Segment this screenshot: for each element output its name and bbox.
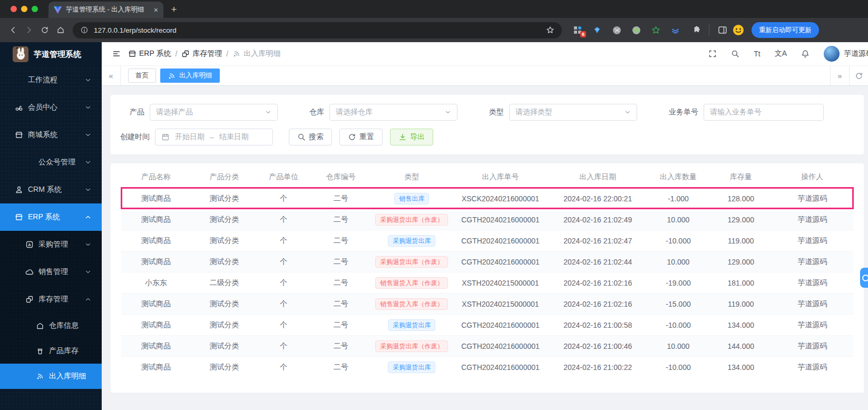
page-tab[interactable]: 首页 — [128, 69, 156, 83]
menu-item-icon — [25, 158, 34, 167]
close-tab-icon[interactable]: × — [154, 6, 158, 14]
table-row[interactable]: 测试商品测试分类个二号销售退货入库（作废）XSTH202402150000012… — [121, 293, 853, 314]
page-tab[interactable]: 出入库明细 — [160, 69, 220, 83]
zoom-window-button[interactable] — [32, 6, 38, 12]
font-size-tool[interactable]: Tt — [754, 50, 760, 58]
traffic-lights — [11, 6, 38, 12]
fullscreen-icon[interactable] — [708, 50, 717, 58]
cell-order_no: CGTH20240216000001 — [451, 216, 549, 224]
warehouse-label: 仓库 — [309, 108, 324, 117]
side-panel-icon[interactable] — [715, 22, 730, 38]
warehouse-icon — [36, 321, 44, 330]
site-favicon-icon — [54, 6, 62, 14]
search-button[interactable]: 搜索 — [289, 129, 332, 145]
breadcrumb: ERP 系统/库存管理/出入库明细 — [128, 49, 280, 58]
sidebar-item[interactable]: 商城系统 — [0, 121, 102, 149]
table-row[interactable]: 测试商品测试分类个二号采购退货出库（作废）CGTH202402160000012… — [121, 335, 853, 356]
erp-icon — [15, 213, 23, 221]
download-icon — [398, 133, 407, 141]
sidebar-item[interactable]: 会员中心 — [0, 94, 102, 121]
minimize-window-button[interactable] — [21, 6, 27, 12]
extension-grid-icon[interactable]: 6 — [572, 25, 583, 35]
tags-scroll-right[interactable]: » — [830, 66, 849, 85]
logo-row[interactable]: 芋道管理系统 — [0, 42, 102, 66]
cell-date: 2024-02-16 21:00:22 — [550, 363, 646, 372]
extensions-puzzle-icon[interactable] — [688, 22, 704, 38]
user-avatar[interactable] — [824, 46, 840, 62]
browser-tab[interactable]: 芋道管理系统 - 出入库明细 × — [48, 2, 163, 18]
url-bar[interactable]: 127.0.0.1/erp/stock/record — [73, 22, 562, 38]
reset-button[interactable]: 重置 — [339, 129, 383, 145]
page-tab-label: 出入库明细 — [179, 71, 212, 80]
translate-tool[interactable]: 文A — [775, 49, 787, 58]
cell-category: 测试分类 — [191, 215, 258, 224]
cell-qty: 10.000 — [646, 342, 710, 350]
sidebar-item[interactable]: 产品库存 — [0, 338, 102, 364]
start-date-placeholder: 开始日期 — [175, 132, 204, 142]
bizno-input[interactable]: 请输入业务单号 — [704, 104, 824, 121]
table-row[interactable]: 测试商品测试分类个二号采购退货出库（作废）CGTH202402160000012… — [121, 251, 853, 272]
collapse-menu-icon[interactable] — [109, 50, 124, 58]
bookmark-star-icon[interactable] — [546, 26, 554, 34]
filter-card: 产品 请选择产品 仓库 请选择仓库 — [111, 95, 864, 154]
cell-category: 测试分类 — [191, 320, 258, 330]
export-button[interactable]: 导出 — [390, 129, 433, 145]
home-icon[interactable] — [53, 22, 69, 38]
product-select[interactable]: 请选择产品 — [150, 104, 278, 121]
extension-green-circle-icon[interactable] — [631, 25, 641, 35]
site-info-icon[interactable] — [80, 26, 89, 34]
table-row[interactable]: 测试商品测试分类个二号采购退货出库（作废）CGTH202402160000012… — [121, 209, 853, 230]
type-badge: 采购退货出库（作废） — [375, 340, 448, 352]
close-window-button[interactable] — [11, 6, 17, 12]
table-row[interactable]: 小东东二级分类个二号销售退货入库（作废）XSTH2024021500000120… — [121, 272, 853, 293]
table-row[interactable]: 测试商品测试分类个二号采购退货出库CGTH202402160000012024-… — [121, 356, 853, 377]
browser-update-button[interactable]: 重新启动即可更新 — [752, 22, 819, 38]
reload-icon[interactable] — [37, 22, 53, 38]
date-range-input[interactable]: 开始日期 – 结束日期 — [155, 129, 273, 145]
sidebar-item[interactable]: 工作流程 — [0, 66, 102, 94]
cell-unit: 个 — [258, 363, 309, 372]
search-icon[interactable] — [731, 50, 739, 58]
forward-icon[interactable] — [21, 22, 37, 38]
warehouse-select[interactable]: 请选择仓库 — [329, 104, 457, 121]
type-select[interactable]: 请选择类型 — [509, 104, 637, 121]
cell-category: 测试分类 — [191, 341, 258, 351]
table-row[interactable]: 测试商品测试分类个二号采购退货出库CGTH202402160000012024-… — [121, 230, 853, 251]
type-badge: 采购退货出库（作废） — [375, 256, 448, 268]
sidebar-item[interactable]: ERP 系统 — [0, 203, 102, 231]
breadcrumb-label: 库存管理 — [192, 49, 222, 58]
breadcrumb-item[interactable]: ERP 系统 — [128, 49, 171, 58]
sidebar-item-label: 销售管理 — [38, 267, 68, 277]
tags-scroll-left[interactable]: « — [102, 66, 121, 85]
floating-widget-button[interactable] — [860, 268, 868, 288]
extension-star-icon[interactable] — [650, 25, 661, 35]
sidebar-item[interactable]: A采购管理 — [0, 231, 102, 258]
page-content: 产品 请选择产品 仓库 请选择仓库 — [102, 86, 868, 410]
cell-category: 测试分类 — [191, 363, 258, 372]
cell-stock: 128.000 — [710, 194, 771, 203]
extension-sphere-icon[interactable] — [611, 25, 622, 35]
bell-icon[interactable] — [801, 50, 810, 58]
sidebar-item[interactable]: CRM 系统 — [0, 176, 102, 203]
table-row[interactable]: 测试商品测试分类个二号销售出库XSCK202402160000012024-02… — [121, 188, 853, 209]
page-tabs: 首页出入库明细 — [121, 66, 830, 85]
member-icon — [15, 103, 23, 112]
extension-layers-icon[interactable] — [670, 25, 680, 35]
profile-avatar-icon[interactable] — [730, 22, 746, 38]
chevron-up-icon — [85, 296, 91, 302]
tags-refresh-icon[interactable] — [849, 66, 868, 85]
new-tab-button[interactable]: + — [167, 2, 181, 17]
sidebar-item[interactable]: 仓库信息 — [0, 313, 102, 338]
breadcrumb-item[interactable]: 库存管理 — [181, 49, 222, 58]
back-icon[interactable] — [5, 22, 21, 38]
extension-gem-icon[interactable] — [592, 25, 602, 35]
erp-icon — [128, 50, 136, 58]
sidebar-item[interactable]: 公众号管理 — [0, 149, 102, 176]
table-row[interactable]: 测试商品测试分类个二号采购退货出库CGTH202402160000012024-… — [121, 314, 853, 335]
cell-operator: 芋道源码 — [771, 236, 853, 246]
sidebar-item[interactable]: 出入库明细 — [0, 364, 102, 389]
column-header: 产品名称 — [121, 172, 191, 182]
cell-order_no: XSTH20240215000001 — [451, 300, 549, 308]
sidebar-item[interactable]: 销售管理 — [0, 258, 102, 286]
sidebar-item[interactable]: 库存管理 — [0, 286, 102, 313]
